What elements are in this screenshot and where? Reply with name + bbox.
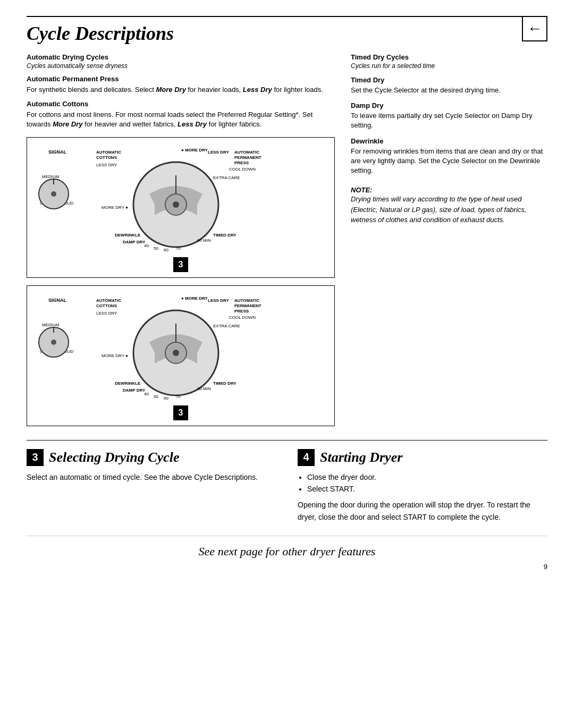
step-badge-2: 3 [173, 405, 188, 420]
svg-text:COTTONS: COTTONS [96, 303, 117, 308]
svg-text:PRESS: PRESS [234, 309, 249, 314]
svg-text:40: 40 [144, 392, 149, 396]
svg-point-49 [173, 350, 179, 356]
page-title: Cycle Descriptions [27, 16, 547, 45]
svg-text:60: 60 [164, 248, 168, 252]
svg-text:AUTOMATIC: AUTOMATIC [234, 150, 259, 155]
dewrinkle-body: For removing wrinkles from items that ar… [351, 147, 547, 176]
svg-text:DAMP DRY: DAMP DRY [123, 388, 146, 393]
step4-bullet-2: Select START. [307, 483, 547, 495]
svg-text:DEWRINKLE: DEWRINKLE [115, 381, 141, 386]
svg-text:LESS DRY: LESS DRY [96, 163, 117, 167]
damp-dry-body: To leave items partially dry set Cycle S… [351, 111, 547, 130]
svg-text:50: 50 [154, 246, 158, 251]
step3-section: 3 Selecting Drying Cycle Select an autom… [27, 449, 276, 523]
auto-section-subheader: Cycles automatically sense dryness [27, 62, 335, 70]
cottons-title: Automatic Cottons [27, 100, 335, 108]
timed-dry-title: Timed Dry [351, 76, 547, 84]
svg-text:● MORE DRY: ● MORE DRY [181, 148, 208, 153]
step3-body: Select an automatic or timed cycle. See … [27, 471, 276, 483]
svg-text:SIGNAL: SIGNAL [48, 149, 67, 155]
svg-text:PERMANENT: PERMANENT [234, 155, 261, 160]
step4-section: 4 Starting Dryer Close the dryer door. S… [298, 449, 547, 523]
svg-text:80 MIN: 80 MIN [197, 386, 211, 391]
timed-section-subheader: Cycles run for a selected time [351, 62, 547, 70]
svg-text:80 MIN: 80 MIN [197, 238, 211, 243]
perm-press-title: Automatic Permanent Press [27, 75, 335, 83]
svg-point-6 [51, 191, 56, 197]
svg-text:LESS DRY: LESS DRY [96, 311, 117, 316]
svg-text:60: 60 [164, 396, 168, 401]
svg-text:TIMED DRY: TIMED DRY [213, 233, 237, 238]
svg-text:MEDIUM: MEDIUM [42, 323, 60, 327]
svg-text:AUTOMATIC: AUTOMATIC [96, 150, 121, 155]
page-number: 9 [27, 563, 547, 571]
step4-bullet-1: Close the dryer door. [307, 471, 547, 483]
svg-point-19 [173, 201, 179, 208]
note-body: Drying times will vary according to the … [351, 194, 547, 225]
dial-svg-2: SIGNAL MEDIUM OFF LOUD AUTOMATIC COTTONS… [32, 294, 319, 401]
svg-text:PERMANENT: PERMANENT [234, 303, 261, 308]
svg-text:MORE DRY ●: MORE DRY ● [102, 353, 128, 358]
svg-text:COTTONS: COTTONS [96, 155, 117, 160]
step-badge-1: 3 [173, 257, 188, 272]
svg-text:40: 40 [144, 243, 149, 248]
perm-press-body: For synthetic blends and delicates. Sele… [27, 85, 335, 95]
top-icon: ← [522, 16, 547, 41]
timed-dry-body: Set the Cycle Selector at the desired dr… [351, 86, 547, 95]
bottom-section: 3 Selecting Drying Cycle Select an autom… [27, 440, 547, 523]
svg-text:DEWRINKLE: DEWRINKLE [115, 233, 141, 238]
svg-text:TIMED DRY: TIMED DRY [213, 381, 237, 386]
timed-section-header: Timed Dry Cycles [351, 53, 547, 61]
note-section: NOTE: Drying times will vary according t… [351, 186, 547, 225]
svg-text:SIGNAL: SIGNAL [48, 298, 67, 303]
cottons-body: For cottons and most linens. For most no… [27, 110, 335, 129]
auto-section-header: Automatic Drying Cycles [27, 53, 335, 61]
svg-text:LESS DRY: LESS DRY [208, 298, 229, 303]
svg-text:EXTRA CARE: EXTRA CARE [213, 175, 240, 180]
step3-badge: 3 [27, 449, 44, 466]
dewrinkle-title: Dewrinkle [351, 137, 547, 145]
svg-text:LESS DRY: LESS DRY [208, 150, 229, 155]
damp-dry-title: Damp Dry [351, 101, 547, 109]
step4-badge: 4 [298, 449, 315, 466]
step4-body: Close the dryer door. Select START. Open… [298, 471, 547, 523]
svg-text:EXTRA CARE: EXTRA CARE [213, 324, 240, 328]
note-title: NOTE: [351, 186, 547, 194]
dial-svg-1: SIGNAL MEDIUM OFF LOUD AUTOMATIC COTTONS… [32, 146, 319, 252]
svg-text:PRESS: PRESS [234, 160, 249, 165]
step4-extra-body: Opening the door during the operation wi… [298, 501, 530, 521]
dial-diagram-2: SIGNAL MEDIUM OFF LOUD AUTOMATIC COTTONS… [27, 285, 335, 426]
svg-point-36 [51, 340, 56, 345]
step4-title: Starting Dryer [320, 450, 402, 465]
svg-text:AUTOMATIC: AUTOMATIC [96, 298, 121, 303]
svg-text:50: 50 [154, 394, 158, 399]
svg-text:COOL DOWN: COOL DOWN [229, 315, 256, 320]
svg-text:MEDIUM: MEDIUM [42, 174, 60, 179]
svg-text:COOL DOWN: COOL DOWN [229, 167, 256, 172]
svg-text:70: 70 [176, 394, 181, 399]
footer: See next page for other dryer features [27, 536, 547, 558]
step3-title: Selecting Drying Cycle [49, 450, 180, 465]
svg-text:MORE DRY ●: MORE DRY ● [102, 205, 128, 210]
svg-text:AUTOMATIC: AUTOMATIC [234, 298, 259, 303]
svg-text:● MORE DRY: ● MORE DRY [181, 296, 208, 301]
svg-text:70: 70 [176, 246, 181, 251]
dial-diagram-1: SIGNAL MEDIUM OFF LOUD AUTOMATIC COTTONS… [27, 137, 335, 278]
svg-text:DAMP DRY: DAMP DRY [123, 240, 146, 244]
